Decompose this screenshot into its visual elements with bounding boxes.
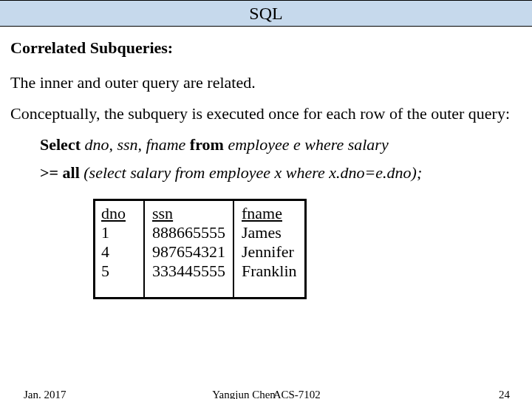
subquery: (select salary from employee x where x.d… xyxy=(83,163,422,182)
slide: SQL Correlated Subqueries: The inner and… xyxy=(0,0,532,399)
title-bar: SQL xyxy=(0,0,532,27)
table-row: 5 333445555 Franklin xyxy=(95,262,306,299)
content-area: Correlated Subqueries: The inner and out… xyxy=(0,27,532,299)
result-table: dno ssn fname 1 888665555 James 4 987654… xyxy=(93,199,307,299)
table-row: 1 888665555 James xyxy=(95,223,306,242)
col-header-fname: fname xyxy=(233,200,305,223)
col-header-dno: dno xyxy=(95,200,145,223)
footer-course: ACS-7102 xyxy=(273,389,321,399)
cell: James xyxy=(233,223,305,242)
cell: 888665555 xyxy=(144,223,233,242)
table-clause: employee e where salary xyxy=(228,135,388,154)
table-row: 4 987654321 Jennifer xyxy=(95,242,306,262)
table-header-row: dno ssn fname xyxy=(95,200,306,223)
query-line-2: >= all (select salary from employee x wh… xyxy=(40,163,520,183)
kw-from: from xyxy=(185,135,228,154)
kw-select: Select xyxy=(40,135,84,154)
query-line-1: Select dno, ssn, fname from employee e w… xyxy=(40,134,520,156)
paragraph-1: The inner and outer query are related. xyxy=(10,72,520,93)
cell: 4 xyxy=(95,242,145,262)
cell: 333445555 xyxy=(144,262,233,299)
cols: dno, ssn, fname xyxy=(84,135,185,154)
cell: 1 xyxy=(95,223,145,242)
slide-title: SQL xyxy=(249,4,282,23)
cell: Jennifer xyxy=(233,242,305,262)
footer-page: 24 xyxy=(499,389,510,399)
footer-date: Jan. 2017 xyxy=(24,389,66,399)
kw-op: >= all xyxy=(40,163,83,182)
col-header-ssn: ssn xyxy=(144,200,233,223)
paragraph-2: Conceptually, the subquery is executed o… xyxy=(10,103,520,124)
cell: Franklin xyxy=(233,262,305,299)
footer-author: Yangjun Chen xyxy=(212,389,276,399)
cell: 987654321 xyxy=(144,242,233,262)
section-heading: Correlated Subqueries: xyxy=(10,38,520,58)
result-table-wrap: dno ssn fname 1 888665555 James 4 987654… xyxy=(93,199,520,299)
cell: 5 xyxy=(95,262,145,299)
